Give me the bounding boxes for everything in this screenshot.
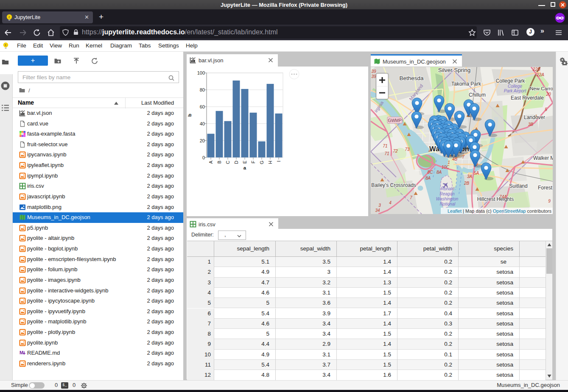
svg-text:4: 4 [389, 200, 392, 205]
svg-text:H: H [268, 161, 273, 164]
svg-text:Bethesda: Bethesda [399, 75, 424, 81]
svg-text:10C: 10C [442, 165, 450, 170]
svg-text:C: C [225, 161, 230, 164]
svg-text:80: 80 [200, 87, 205, 92]
svg-text:22A: 22A [536, 72, 544, 77]
svg-text:3B: 3B [528, 122, 534, 127]
svg-text:20: 20 [546, 92, 551, 97]
svg-text:b: b [187, 114, 192, 117]
svg-text:0: 0 [202, 155, 205, 160]
svg-text:College Park: College Park [496, 78, 526, 84]
svg-text:Leaflet | Map data (c) OpenStr: Leaflet | Map data (c) OpenStreetMap con… [448, 209, 551, 214]
svg-text:Silver Spring: Silver Spring [438, 67, 471, 73]
svg-text:M: M [20, 350, 23, 355]
svg-text:39: 39 [371, 69, 376, 74]
svg-text:Landover: Landover [524, 114, 545, 120]
svg-text:Park Airport: Park Airport [504, 89, 527, 93]
svg-text:Washington: Washington [436, 197, 459, 201]
svg-text:E: E [242, 161, 247, 164]
svg-text:College: College [508, 84, 522, 89]
svg-text:8C: 8C [428, 170, 434, 175]
svg-text:7: 7 [410, 195, 412, 200]
svg-text:22B: 22B [532, 67, 540, 72]
svg-text:Suitland: Suitland [509, 183, 527, 189]
svg-text:71: 71 [384, 151, 389, 156]
svg-text:Hillcrest Heights: Hillcrest Heights [477, 196, 514, 202]
svg-text:New Carro: New Carro [530, 86, 553, 91]
svg-text:GWMP: GWMP [388, 118, 402, 123]
svg-text:3A: 3A [467, 174, 473, 179]
svg-text:Bailey's Crossroads: Bailey's Crossroads [371, 182, 416, 188]
svg-text:20: 20 [200, 138, 205, 143]
svg-text:100: 100 [197, 70, 205, 75]
svg-text:74A: 74A [499, 195, 507, 199]
svg-text:2B: 2B [464, 181, 470, 186]
svg-text:Ronald: Ronald [441, 186, 454, 191]
svg-text:B: B [217, 161, 222, 164]
svg-text:a: a [243, 165, 246, 170]
svg-text:40: 40 [200, 121, 205, 126]
svg-text:3: 3 [378, 203, 381, 208]
svg-text:1: 1 [448, 160, 450, 165]
svg-text:D: D [234, 161, 239, 164]
svg-text:Walker Mil: Walker Mil [533, 155, 553, 161]
svg-text:G: G [259, 161, 264, 164]
svg-text:East Riverdale: East Riverdale [511, 95, 544, 101]
svg-text:5A: 5A [474, 171, 479, 175]
svg-text:Notional: Notional [440, 202, 456, 206]
svg-text:34: 34 [375, 208, 380, 213]
svg-text:Chillum: Chillum [469, 92, 486, 98]
svg-text:Reagan: Reagan [439, 192, 454, 196]
svg-text:I: I [276, 161, 281, 162]
svg-text:8A: 8A [436, 170, 442, 175]
svg-text:71: 71 [383, 144, 387, 148]
svg-text:72: 72 [393, 149, 398, 153]
svg-text:F: F [251, 161, 256, 164]
svg-text:60: 60 [200, 104, 205, 109]
svg-text:Takoma Park: Takoma Park [451, 81, 481, 87]
svg-text:9: 9 [548, 199, 551, 203]
svg-text:A: A [208, 160, 213, 164]
svg-text:8A: 8A [425, 176, 431, 181]
svg-text:5: 5 [545, 107, 547, 112]
svg-text:Forest: Forest [538, 185, 553, 191]
svg-text:73: 73 [405, 147, 410, 152]
